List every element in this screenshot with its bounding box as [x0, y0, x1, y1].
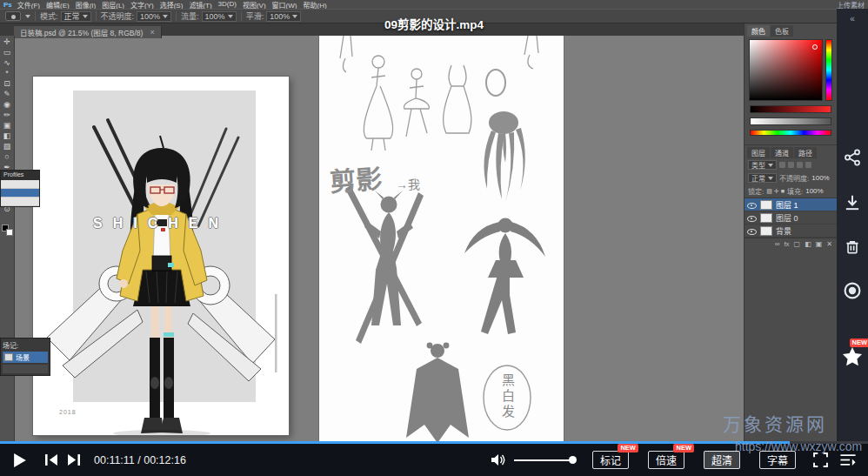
panel-action-icon[interactable]: ✕ [826, 240, 832, 248]
menu-item[interactable]: 编辑(E) [46, 0, 70, 9]
color-ramp-gray[interactable] [750, 117, 831, 125]
ps-tool-icon[interactable]: ▣ [3, 121, 11, 131]
hue-slider[interactable] [825, 39, 832, 101]
filter-type-select[interactable]: 类型 [748, 160, 777, 170]
spectrum-bar[interactable] [750, 130, 831, 136]
visibility-eye-icon[interactable] [747, 214, 757, 222]
menu-item[interactable]: 视图(V) [243, 0, 266, 9]
volume-slider[interactable] [514, 459, 573, 461]
filter-shape-icon[interactable] [805, 162, 811, 168]
document-tab[interactable]: 日装稿.psd @ 21.5% (图层 8, RGB/8) × [14, 26, 162, 38]
tab-swatches[interactable]: 色板 [771, 25, 793, 37]
tab-color[interactable]: 颜色 [747, 25, 770, 37]
ps-tool-icon[interactable]: ○ [4, 152, 9, 162]
blend-mode-select[interactable]: 正常 [748, 173, 777, 183]
upload-link[interactable]: 上传素材 [837, 0, 865, 9]
panel-action-icon[interactable]: ◧ [805, 240, 811, 248]
filter-pixel-icon[interactable] [779, 162, 785, 168]
volume-knob[interactable] [569, 456, 577, 464]
color-field[interactable] [749, 39, 823, 101]
lock-icon[interactable]: ■ [781, 188, 785, 195]
ps-tool-icon[interactable]: ▭ [3, 48, 11, 57]
quality-button[interactable]: 超清 [704, 451, 740, 469]
ps-tool-icon[interactable]: ✎ [3, 90, 10, 99]
previous-button[interactable] [45, 454, 58, 466]
ps-tool-icon[interactable]: ◧ [3, 131, 11, 141]
ps-tool-icon[interactable]: ▨ [3, 142, 11, 151]
lock-icon[interactable]: ✛ [774, 188, 779, 195]
menu-item[interactable]: 图像(I) [76, 0, 97, 9]
list-item[interactable] [1, 180, 39, 189]
speed-button[interactable]: 倍速 NEW [648, 451, 684, 469]
menu-item[interactable]: 图层(L) [102, 0, 124, 9]
flow-option[interactable]: 流量: 100% [181, 10, 237, 22]
panel-tab[interactable]: 图层 [747, 147, 770, 158]
playlist-icon[interactable] [840, 453, 856, 466]
lock-icon[interactable]: ▨ [766, 188, 772, 195]
menu-item[interactable]: 帮助(H) [304, 0, 327, 9]
blend-mode-option[interactable]: 模式: 正常 [40, 10, 91, 22]
layer-row[interactable]: 图层 1 [744, 198, 837, 211]
play-button[interactable] [14, 453, 26, 467]
color-ramp-red[interactable] [750, 105, 831, 113]
panel-action-icon[interactable]: ∞ [775, 240, 780, 248]
scene-layer-row[interactable]: 场景 [3, 352, 48, 363]
layer-row[interactable]: 图层 0 [744, 211, 837, 225]
fullscreen-icon[interactable] [813, 453, 828, 467]
chevron-collapse-icon[interactable]: « [850, 14, 855, 23]
filter-type-icon[interactable] [797, 162, 803, 168]
share-icon[interactable] [843, 148, 862, 171]
close-icon[interactable]: × [150, 28, 154, 37]
visibility-eye-icon[interactable] [747, 227, 757, 235]
panel-action-icon[interactable]: fx [784, 240, 789, 248]
list-item[interactable] [1, 189, 39, 198]
volume-icon[interactable] [491, 453, 506, 466]
download-icon[interactable] [843, 193, 862, 216]
layers-panel: 图层通道路径 类型 正常 不透明度: 100% 锁定: [744, 144, 837, 250]
ps-tool-icon[interactable]: ✛ [3, 37, 10, 47]
panel-tab[interactable]: 路径 [794, 147, 817, 158]
lock-row: 锁定: ▨✛■ 填充: 100% [744, 184, 837, 198]
mark-button[interactable]: 标记 NEW [592, 451, 629, 469]
scene-layer-row[interactable] [3, 365, 48, 373]
menu-item[interactable]: 选择(S) [160, 0, 184, 9]
favorite-star-icon[interactable]: NEW [840, 345, 865, 372]
subtitle-button[interactable]: 字幕 [759, 451, 796, 469]
panel-action-icon[interactable]: ▣ [816, 240, 823, 248]
next-button[interactable] [67, 454, 80, 466]
ps-tool-icon[interactable]: * [5, 69, 9, 78]
ps-menubar: Ps 文件(F)编辑(E)图像(I)图层(L)文字(Y)选择(S)滤镜(T)3D… [0, 0, 868, 9]
divider [241, 11, 242, 21]
layer-opacity-value[interactable]: 100% [811, 174, 829, 182]
brush-preset-icon[interactable] [5, 11, 21, 21]
ps-tool-icon[interactable]: ◉ [3, 100, 10, 110]
delete-icon[interactable] [843, 238, 862, 260]
layer-thumbnail [760, 200, 772, 210]
opacity-option[interactable]: 不透明度: 100% [101, 10, 172, 22]
menu-item[interactable]: 滤镜(T) [189, 0, 211, 9]
list-item[interactable] [1, 198, 39, 206]
menu-item[interactable]: 文件(F) [17, 0, 40, 9]
document-tab-title: 日装稿.psd @ 21.5% (图层 8, RGB/8) [20, 27, 143, 37]
fill-value[interactable]: 100% [805, 187, 823, 195]
layer-thumbnail [4, 353, 13, 361]
ps-tool-icon[interactable]: ✏ [3, 111, 10, 120]
menu-item[interactable]: 窗口(W) [272, 0, 297, 9]
panel-action-icon[interactable]: ▢ [794, 240, 801, 248]
mode-value: 正常 [64, 10, 80, 22]
ps-panels: 颜色 色板 图层通道路径 类型 [744, 23, 837, 441]
ps-tool-icon[interactable]: ∿ [3, 58, 10, 68]
ps-tool-icon[interactable]: ⊡ [3, 79, 10, 89]
layer-name: 背景 [776, 225, 791, 237]
menu-item[interactable]: 文字(Y) [130, 0, 154, 9]
silhouette-document: 剪影 →我 黑白发 [319, 36, 564, 441]
chevron-down-icon [292, 15, 297, 18]
filter-adjustment-icon[interactable] [788, 162, 794, 168]
visibility-eye-icon[interactable] [747, 201, 757, 209]
smoothing-option[interactable]: 平滑: 100% [246, 10, 302, 22]
foreground-background-swatches[interactable] [2, 225, 13, 236]
menu-item[interactable]: 3D(D) [218, 0, 237, 9]
panel-tab[interactable]: 通道 [771, 147, 793, 158]
layer-row[interactable]: 背景 [744, 225, 837, 238]
record-icon[interactable] [842, 280, 863, 305]
